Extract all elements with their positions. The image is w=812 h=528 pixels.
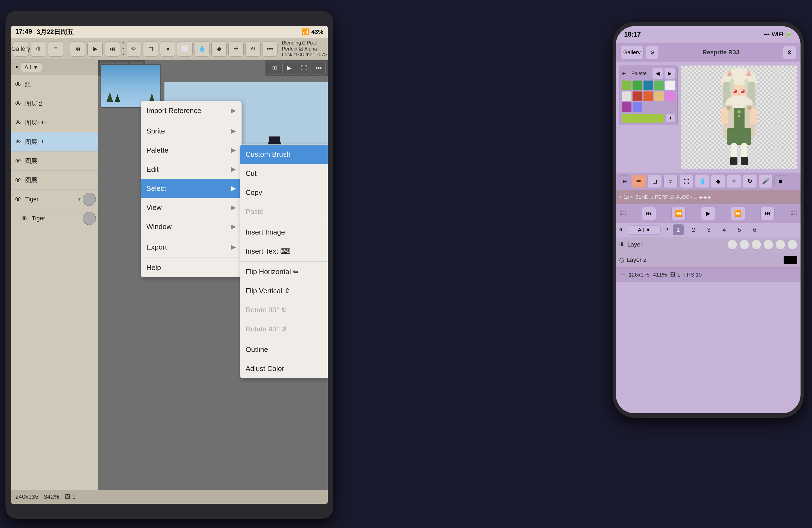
layers-button[interactable]: ≡ [48,41,63,57]
menu-item-cut[interactable]: Cut [240,164,328,183]
layer-item-1plus[interactable]: 👁 图层+ [11,151,98,171]
undo-button[interactable]: ⏮ [70,41,85,57]
anim-play-btn[interactable]: ▶ [701,207,715,220]
pencil-tool[interactable]: ✏ [126,41,142,57]
frame-num-2[interactable]: 2 [688,224,699,235]
extra-tool[interactable]: ••• [262,41,277,57]
iphone-all-select[interactable]: All ▼ [628,225,661,235]
canvas-extra-btn[interactable]: ••• [312,61,325,75]
menu-item-window[interactable]: Window ▶ [141,217,242,236]
layer-item-base[interactable]: 👁 图层 [11,171,98,190]
menu-item-outline[interactable]: Outline [240,340,328,359]
color-swatch-11[interactable] [622,102,632,112]
menu-item-flip-v[interactable]: Flip Vertical ⇕ [240,281,328,300]
iphone-eyedrop-tool[interactable]: 💧 [695,175,709,188]
layer-item-2plus[interactable]: 👁 图层++ [11,132,98,151]
layer-item-2[interactable]: 👁 图层 2 [11,94,98,113]
eraser-tool[interactable]: ◻ [143,41,158,57]
menu-item-insert-image[interactable]: Insert Image ▶ [240,222,328,241]
palette-prev-btn[interactable]: ◀ [652,68,663,79]
rotate-tool[interactable]: ↻ [245,41,261,57]
frame-num-1[interactable]: 1 [673,224,684,235]
layer-filter-select[interactable]: All ▼ [21,62,42,72]
menu-item-flip-h[interactable]: Flip Horizontal ⇔ [240,262,328,281]
color-swatch-8[interactable] [643,91,653,101]
iphone-layer-item-2[interactable]: ◷ Layer 2 [616,252,800,267]
color-swatch-7[interactable] [633,91,642,101]
color-swatch-10[interactable] [665,91,675,101]
play-button[interactable]: ▶ [87,41,103,57]
color-swatch-5[interactable] [665,80,675,90]
iphone-side-btn[interactable]: ◼ [774,175,786,187]
select-tool[interactable]: ⬜ [177,41,192,57]
color-swatch-1[interactable] [622,80,632,90]
circle-tool[interactable]: ● [160,41,175,57]
fill-tool[interactable]: ◆ [212,41,227,57]
layer-item-group[interactable]: 👁 组 [11,75,98,94]
menu-item-paste[interactable]: Paste [240,202,328,221]
iphone-move-tool[interactable]: ✛ [727,175,741,188]
iphone-pencil-tool[interactable]: ✏ [632,175,646,188]
anim-last-btn[interactable]: ⏭ [760,207,774,220]
grid-view-btn[interactable]: ⊞ [268,61,281,75]
menu-item-sprite[interactable]: Sprite ▶ [141,121,242,141]
menu-item-rotate-cw[interactable]: Rotate 90° ↻ [240,300,328,319]
settings-button[interactable]: ⚙ [31,41,46,57]
layer-item-tiger-group[interactable]: 👁 Tiger ▾ [11,190,98,209]
active-color-swatch[interactable] [622,114,664,122]
layers-icon: ≡ [54,45,58,53]
gallery-button[interactable]: Gallery [13,41,28,57]
color-swatch-3[interactable] [643,80,653,90]
menu-item-view[interactable]: View ▶ [141,198,242,217]
layer-item-tiger[interactable]: 👁 Tiger [11,209,98,228]
menu-item-rotate-ccw[interactable]: Rotate 90° ↺ [240,319,328,339]
canvas-area[interactable]: ⏮ ▶ ⏭ ⊞ ▶ ⛶ ••• [98,60,328,490]
color-star-btn[interactable]: ✦ [665,114,675,122]
anim-prev-btn[interactable]: ⏪ [671,207,685,220]
color-swatch-2[interactable] [633,80,642,90]
color-swatch-4[interactable] [654,80,664,90]
iphone-circle-tool[interactable]: ○ [664,175,678,188]
menu-item-help[interactable]: Help [141,258,242,277]
layer-eye-tiger: 👁 [20,214,29,223]
undo-icon: ⏮ [75,45,81,53]
eyedrop-tool[interactable]: 💧 [194,41,210,57]
anim-next-btn[interactable]: ⏩ [731,207,745,220]
layer-item-3plus[interactable]: 👁 图层+++ [11,113,98,132]
anim-first-btn[interactable]: ⏮ [642,207,656,220]
palette-next-btn[interactable]: ▶ [664,68,675,79]
menu-item-insert-text[interactable]: Insert Text ⌨ [240,241,328,261]
menu-item-select[interactable]: Select ▶ [141,179,242,198]
iphone-select-tool[interactable]: ⬚ [679,175,694,188]
iphone-canvas-area[interactable] [681,65,797,169]
menu-item-copy[interactable]: Copy [240,183,328,202]
fullscreen-btn[interactable]: ⛶ [297,61,311,75]
frame-num-5[interactable]: 5 [734,224,745,235]
menu-item-palette[interactable]: Palette ▶ [141,141,242,160]
iphone-rotate-tool[interactable]: ↻ [743,175,757,188]
color-swatch-6[interactable] [622,91,632,101]
iphone-gallery-button[interactable]: Gallery [620,46,643,59]
play-canvas-btn[interactable]: ▶ [282,61,296,75]
iphone-gear-button[interactable]: ⚙ [783,46,796,59]
menu-item-export[interactable]: Export ▶ [141,237,242,256]
frame-num-3[interactable]: 3 [703,224,714,235]
menu-item-adjust-color[interactable]: Adjust Color [240,359,328,378]
redo-button[interactable]: ⏭ [105,41,120,57]
iphone-layer-item-1[interactable]: 👁 Layer [616,237,800,252]
menu-item-import-reference[interactable]: Import Reference ▶ [141,101,242,120]
iphone-frame-num: 🖼 1 [670,272,680,278]
color-swatch-9[interactable] [654,91,664,101]
iphone-grid-btn[interactable]: ⊞ [619,175,630,187]
frame-num-6[interactable]: 6 [749,224,760,235]
menu-item-custom-brush[interactable]: Custom Brush ▶ [240,145,328,164]
color-swatch-12[interactable] [633,102,642,112]
iphone-mic-tool[interactable]: 🎤 [758,175,773,188]
iphone-fill-tool[interactable]: ◆ [711,175,725,188]
iphone-eraser-tool[interactable]: ◻ [648,175,662,188]
menu-item-edit[interactable]: Edit ▶ [141,160,242,179]
move-tool[interactable]: ✛ [228,41,244,57]
frame-num-4[interactable]: 4 [719,224,729,235]
iphone-settings-button[interactable]: ⚙ [646,46,659,59]
iphone-layer-icon-2: ◷ [619,256,624,263]
